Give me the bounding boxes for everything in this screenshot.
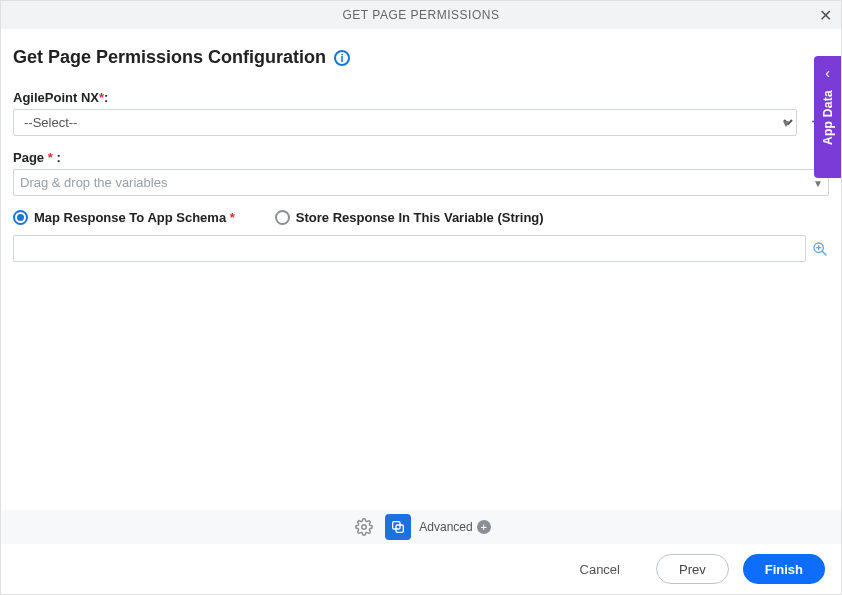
gear-icon [355,518,373,536]
required-asterisk: * [230,210,235,225]
chevron-left-icon: ‹ [825,66,830,80]
page-field: Page * : ▼ [13,150,829,196]
page-input-wrap: ▼ [13,169,829,196]
plus-circle-icon: + [477,520,491,534]
titlebar-title: GET PAGE PERMISSIONS [343,8,500,22]
map-response-radio[interactable]: Map Response To App Schema * [13,210,235,225]
label-colon: : [104,90,108,105]
close-icon: ✕ [819,6,832,25]
page-title: Get Page Permissions Configuration [13,47,326,68]
agilepoint-label-text: AgilePoint NX [13,90,99,105]
dialog-body: Get Page Permissions Configuration i Agi… [1,29,841,510]
copy-activity-button[interactable] [385,514,411,540]
finish-button[interactable]: Finish [743,554,825,584]
radio-checked-icon [13,210,28,225]
page-label: Page * : [13,150,829,165]
svg-line-3 [822,251,826,255]
lookup-button[interactable] [812,240,829,258]
dialog-footer: Cancel Prev Finish [1,544,841,594]
advanced-label: Advanced [419,520,472,534]
copy-icon [390,519,406,535]
magnifier-plus-icon [812,241,828,257]
dialog-window: GET PAGE PERMISSIONS ✕ Get Page Permissi… [0,0,842,595]
radio-unchecked-icon [275,210,290,225]
response-input-row [13,235,829,262]
agilepoint-select-wrap: --Select-- ▼ [13,109,797,136]
svg-point-4 [362,525,367,530]
required-asterisk: * [48,150,53,165]
response-input[interactable] [13,235,806,262]
cancel-button[interactable]: Cancel [558,554,642,584]
agilepoint-select[interactable]: --Select-- [13,109,797,136]
label-colon: : [56,150,60,165]
store-response-radio[interactable]: Store Response In This Variable (String) [275,210,544,225]
app-data-side-tab[interactable]: ‹ App Data [814,56,841,178]
map-response-label: Map Response To App Schema * [34,210,235,225]
page-input[interactable] [13,169,829,196]
agilepoint-field: AgilePoint NX*: --Select-- ▼ + [13,90,829,136]
settings-button[interactable] [351,514,377,540]
page-label-text: Page [13,150,44,165]
advanced-toolbar: Advanced + [1,510,841,544]
response-radio-group: Map Response To App Schema * Store Respo… [13,210,829,225]
store-response-label: Store Response In This Variable (String) [296,210,544,225]
titlebar: GET PAGE PERMISSIONS ✕ [1,1,841,29]
page-heading: Get Page Permissions Configuration i [13,47,829,68]
agilepoint-label: AgilePoint NX*: [13,90,829,105]
prev-button[interactable]: Prev [656,554,729,584]
advanced-toggle[interactable]: Advanced + [419,520,490,534]
app-data-label: App Data [821,90,835,145]
map-response-label-text: Map Response To App Schema [34,210,226,225]
info-icon[interactable]: i [334,50,350,66]
close-button[interactable]: ✕ [815,5,835,25]
